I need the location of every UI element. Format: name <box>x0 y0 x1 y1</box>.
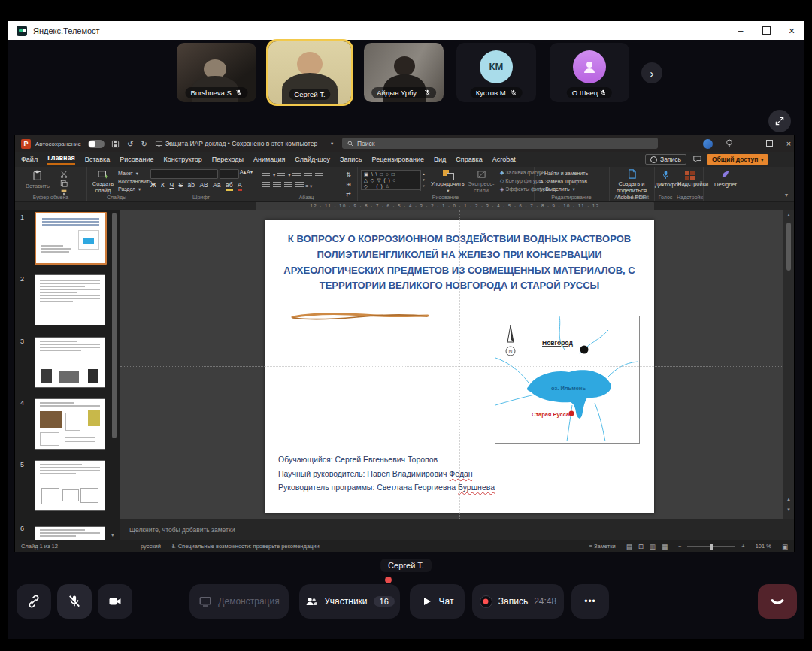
language-indicator[interactable]: русский <box>141 543 161 550</box>
search-input[interactable]: Поиск <box>342 138 658 149</box>
tab-insert[interactable]: Вставка <box>85 156 110 163</box>
record-button[interactable]: Запись <box>645 154 686 165</box>
alignment-buttons[interactable]: ≡▾ <box>260 181 312 189</box>
notes-toggle-button[interactable]: ≡ Заметки <box>589 543 616 550</box>
select-button[interactable]: ▷ Выделить ▾ <box>540 186 588 192</box>
participant-tile-sergey[interactable]: Сергей Т. <box>268 41 351 104</box>
participant-tile-kustov[interactable]: КМ Кустов М. <box>456 43 536 102</box>
tab-slideshow[interactable]: Слайд-шоу <box>295 156 330 163</box>
share-button[interactable]: Общий доступ ▾ <box>707 154 768 165</box>
next-slide-icon[interactable]: ▾ <box>783 507 794 513</box>
account-avatar[interactable] <box>703 139 713 149</box>
ppt-close-button[interactable]: × <box>780 139 797 148</box>
cut-icon[interactable] <box>60 171 68 178</box>
previous-slide-icon[interactable]: ▴ <box>783 496 794 502</box>
accessibility-status[interactable]: ♿ Специальные возможности: проверьте рек… <box>171 543 320 550</box>
comment-icon[interactable] <box>693 156 701 163</box>
tab-draw[interactable]: Рисование <box>120 156 153 163</box>
text-shadow-button[interactable]: ab <box>188 181 195 189</box>
underline-button[interactable]: Ч <box>169 181 174 189</box>
minimize-button[interactable]: – <box>728 21 753 40</box>
tab-record[interactable]: Запись <box>340 156 362 163</box>
slide-credits-block[interactable]: Обучающийся: Сергей Евгеньевич Торопов Н… <box>278 453 495 495</box>
title-dropdown-icon[interactable]: ▾ <box>331 141 333 147</box>
next-participants-button[interactable]: › <box>641 62 662 83</box>
close-button[interactable]: × <box>779 21 804 40</box>
quick-styles-button[interactable]: Экспресс-стили <box>466 170 496 194</box>
list-buttons[interactable]: ▾▾ <box>260 170 325 178</box>
save-icon[interactable] <box>111 140 120 148</box>
redo-icon[interactable]: ↻ <box>141 140 147 148</box>
slide-canvas[interactable]: К ВОПРОСУ О КОРРОЗИОННОМ ВОЗДЕЙСТВИИ ВОД… <box>265 220 654 513</box>
dictate-button[interactable]: Диктофон <box>655 170 676 188</box>
bold-button[interactable]: Ж <box>150 181 156 189</box>
slide-title-text[interactable]: К ВОПРОСУ О КОРРОЗИОННОМ ВОЗДЕЙСТВИИ ВОД… <box>277 232 641 294</box>
tab-transitions[interactable]: Переходы <box>212 156 244 163</box>
tab-file[interactable]: Файл <box>21 156 38 163</box>
participant-tile-burshneva[interactable]: Burshneva S. <box>177 43 256 102</box>
new-slide-button[interactable]: Создать слайд <box>89 170 117 194</box>
tab-review[interactable]: Рецензирование <box>372 156 425 163</box>
highlight-color-button[interactable]: аб <box>226 181 233 191</box>
font-color-button[interactable]: А <box>238 181 242 191</box>
slide-thumbnail-2[interactable] <box>35 274 105 326</box>
tab-help[interactable]: Справка <box>456 156 482 163</box>
slide-thumbnail-3[interactable] <box>35 337 105 388</box>
camera-button[interactable] <box>98 584 132 619</box>
change-case-button[interactable]: Аа <box>213 181 221 189</box>
maximize-button[interactable] <box>753 21 779 40</box>
designer-button[interactable]: Designer <box>710 170 741 188</box>
tab-acrobat[interactable]: Acrobat <box>492 156 516 163</box>
tab-view[interactable]: Вид <box>434 156 446 163</box>
grow-font-button[interactable]: А▴ <box>240 169 246 175</box>
font-name-combobox[interactable] <box>150 169 218 179</box>
slideshow-view-icon[interactable]: ▦ <box>662 543 668 550</box>
copy-icon[interactable] <box>60 180 68 187</box>
slide-scrollbar[interactable]: ▴ ▴ ▾ <box>783 210 794 519</box>
tab-design[interactable]: Конструктор <box>164 156 202 163</box>
slide-counter[interactable]: Слайд 1 из 12 <box>21 543 58 550</box>
replace-fonts-button[interactable]: А Замена шрифтов <box>540 179 588 184</box>
slide-sorter-icon[interactable]: ⊞ <box>638 543 644 550</box>
reading-view-icon[interactable]: ▥ <box>650 543 656 550</box>
normal-view-icon[interactable]: ▤ <box>626 543 632 550</box>
fit-slide-icon[interactable]: ▣ <box>782 543 788 550</box>
needle-artifact-image[interactable] <box>289 311 432 322</box>
map-image[interactable]: N Новгород оз. Ильмень Старая Русса <box>495 316 640 444</box>
share-screen-button[interactable]: Демонстрация <box>189 584 289 619</box>
zoom-slider[interactable] <box>687 546 735 547</box>
ppt-minimize-button[interactable]: – <box>741 140 757 147</box>
paste-button[interactable]: Вставить <box>26 170 50 189</box>
expand-shared-screen-button[interactable] <box>768 110 791 132</box>
zoom-in-button[interactable]: + <box>741 543 744 550</box>
font-size-combobox[interactable] <box>220 169 239 179</box>
slide-thumbnail-6[interactable] <box>35 526 105 540</box>
zoom-slider-thumb[interactable] <box>710 544 713 550</box>
tab-animations[interactable]: Анимация <box>253 156 285 163</box>
char-spacing-button[interactable]: АВ <box>199 181 208 189</box>
find-replace-button[interactable]: ⌕ Найти и заменить <box>540 171 588 177</box>
addins-button[interactable]: Надстройки <box>677 170 702 187</box>
document-title[interactable]: Защита ИАР доклад • Сохранено в этот ком… <box>165 140 317 147</box>
zoom-level[interactable]: 101 % <box>756 543 771 550</box>
slide-thumbnail-5[interactable] <box>35 460 105 511</box>
gallery-scrollbar[interactable]: ▴▾▿ <box>420 171 427 191</box>
chat-button[interactable]: Чат <box>410 584 465 619</box>
more-options-button[interactable]: ••• <box>571 584 609 619</box>
copy-link-button[interactable] <box>17 584 51 619</box>
zoom-out-button[interactable]: − <box>678 543 681 550</box>
shapes-gallery[interactable]: ▣ \ \ □ ○ □ △ ◇ ▽ ( ) ○ ◇ ~ ( ) ☆ ▴▾▿ <box>361 170 421 190</box>
thumbnail-scroll-down-icon[interactable]: ▾ <box>111 532 114 538</box>
scroll-up-icon[interactable]: ▴ <box>783 210 794 218</box>
autosave-toggle[interactable] <box>88 140 105 148</box>
undo-icon[interactable]: ↺ <box>127 140 133 148</box>
slide-thumbnail-1[interactable] <box>35 212 107 265</box>
slideshow-icon[interactable] <box>155 140 163 148</box>
lightbulb-icon[interactable] <box>726 139 733 148</box>
thumbnail-scrollbar[interactable] <box>112 213 117 438</box>
hang-up-button[interactable] <box>758 584 797 619</box>
participant-tile-shvec[interactable]: О.Швец <box>550 43 629 102</box>
shrink-font-button[interactable]: А▾ <box>247 169 253 175</box>
arrange-button[interactable]: Упорядочить ▾ <box>431 170 464 194</box>
participant-tile-aydyn[interactable]: Айдын Урбу... <box>364 43 444 102</box>
